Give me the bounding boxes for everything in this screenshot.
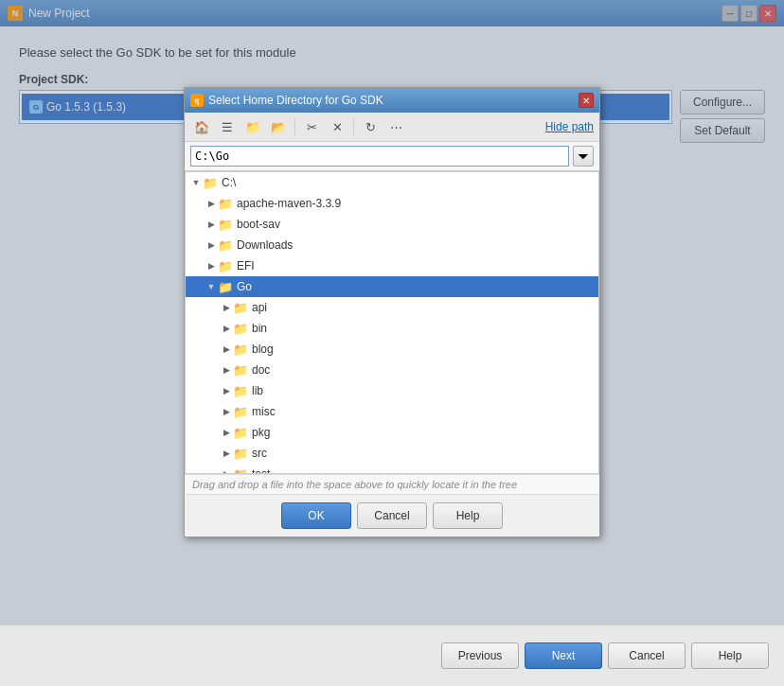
dialog-overlay: ij Select Home Directory for Go SDK ✕ 🏠 … xyxy=(0,0,784,624)
toolbar-separator-2 xyxy=(353,118,354,135)
tree-item-lib[interactable]: ▶📁lib xyxy=(186,380,598,401)
drag-hint: Drag and drop a file into the space abov… xyxy=(185,474,599,494)
tree-label-bin: bin xyxy=(252,322,267,335)
main-window: N New Project ─ □ ✕ Please select the Go… xyxy=(0,0,784,686)
tree-label-c_root: C:\ xyxy=(222,176,236,189)
tree-item-c_root[interactable]: ▼📁C:\ xyxy=(186,172,598,193)
tree-item-efi[interactable]: ▶📁EFI xyxy=(186,255,598,276)
new-folder-button[interactable]: 📁 xyxy=(241,116,264,137)
dialog-footer: OK Cancel Help xyxy=(185,494,599,536)
cut-button[interactable]: ✂ xyxy=(300,116,323,137)
tree-item-misc[interactable]: ▶📁misc xyxy=(186,401,598,422)
folder-icon-pkg: 📁 xyxy=(233,426,248,439)
folder-icon-blog: 📁 xyxy=(233,343,248,356)
tree-arrow-c_root[interactable]: ▼ xyxy=(189,178,203,187)
tree-item-apache[interactable]: ▶📁apache-maven-3.3.9 xyxy=(186,193,598,214)
tree-label-test: test xyxy=(252,467,270,474)
folder-icon-doc: 📁 xyxy=(233,363,248,377)
dialog-title-left: ij Select Home Directory for Go SDK xyxy=(190,94,383,107)
folder-icon-api: 📁 xyxy=(233,301,248,314)
tree-item-boot[interactable]: ▶📁boot-sav xyxy=(186,214,598,235)
list-view-button[interactable]: ☰ xyxy=(216,116,239,137)
tree-arrow-pkg[interactable]: ▶ xyxy=(220,428,233,437)
tree-item-api[interactable]: ▶📁api xyxy=(186,297,598,318)
tree-label-pkg: pkg xyxy=(252,426,270,439)
tree-arrow-downloads[interactable]: ▶ xyxy=(205,240,218,250)
tree-item-bin[interactable]: ▶📁bin xyxy=(186,318,598,339)
folder-icon-boot: 📁 xyxy=(218,218,233,231)
folder-icon-downloads: 📁 xyxy=(218,238,233,252)
tree-label-misc: misc xyxy=(252,405,276,418)
folder-icon-test: 📁 xyxy=(233,467,248,474)
delete-button[interactable]: ✕ xyxy=(326,116,348,137)
path-row: ⏷ xyxy=(185,142,599,171)
help-main-button[interactable]: Help xyxy=(691,642,769,669)
refresh-button[interactable]: ↻ xyxy=(359,116,382,137)
tree-label-src: src xyxy=(252,447,267,460)
folder-icon-misc: 📁 xyxy=(233,405,248,418)
tree-item-blog[interactable]: ▶📁blog xyxy=(186,339,598,360)
tree-arrow-go[interactable]: ▼ xyxy=(205,282,218,291)
next-button[interactable]: Next xyxy=(525,642,602,669)
tree-label-blog: blog xyxy=(252,343,274,356)
tree-arrow-lib[interactable]: ▶ xyxy=(220,386,233,396)
tree-label-lib: lib xyxy=(252,384,263,397)
tree-item-src[interactable]: ▶📁src xyxy=(186,443,598,464)
tree-item-doc[interactable]: ▶📁doc xyxy=(186,360,598,380)
tree-item-pkg[interactable]: ▶📁pkg xyxy=(186,422,598,443)
file-chooser-dialog: ij Select Home Directory for Go SDK ✕ 🏠 … xyxy=(184,87,600,537)
tree-arrow-doc[interactable]: ▶ xyxy=(220,365,233,375)
tree-arrow-apache[interactable]: ▶ xyxy=(205,199,218,208)
tree-arrow-bin[interactable]: ▶ xyxy=(220,324,233,333)
dialog-title-bar: ij Select Home Directory for Go SDK ✕ xyxy=(185,88,599,113)
expand-button[interactable]: 📂 xyxy=(267,116,290,137)
tree-label-doc: doc xyxy=(252,363,270,377)
folder-icon-go: 📁 xyxy=(218,280,233,293)
previous-button[interactable]: Previous xyxy=(441,642,519,669)
tree-item-test[interactable]: ▶📁test xyxy=(186,464,598,474)
path-input[interactable] xyxy=(190,146,569,167)
help-button[interactable]: Help xyxy=(433,502,503,529)
tree-label-apache: apache-maven-3.3.9 xyxy=(237,197,341,210)
tree-arrow-blog[interactable]: ▶ xyxy=(220,344,233,354)
dialog-title: Select Home Directory for Go SDK xyxy=(208,94,383,107)
dialog-toolbar: 🏠 ☰ 📁 📂 ✂ ✕ ↻ ⋯ Hide path xyxy=(185,113,599,142)
folder-icon-apache: 📁 xyxy=(218,197,233,210)
tree-arrow-misc[interactable]: ▶ xyxy=(220,407,233,416)
folder-icon-c_root: 📁 xyxy=(203,176,218,189)
ok-button[interactable]: OK xyxy=(281,502,351,529)
tree-arrow-api[interactable]: ▶ xyxy=(220,303,233,312)
dialog-close-button[interactable]: ✕ xyxy=(579,93,594,108)
tree-label-downloads: Downloads xyxy=(237,238,293,252)
home-button[interactable]: 🏠 xyxy=(190,116,213,137)
tree-label-api: api xyxy=(252,301,267,314)
hide-path-button[interactable]: Hide path xyxy=(545,120,594,133)
folder-icon-src: 📁 xyxy=(233,447,248,460)
cancel-button[interactable]: Cancel xyxy=(357,502,427,529)
folder-icon-lib: 📁 xyxy=(233,384,248,397)
dialog-icon: ij xyxy=(190,94,204,107)
browse-button[interactable]: ⏷ xyxy=(573,146,594,167)
folder-icon-efi: 📁 xyxy=(218,259,233,273)
folder-icon-bin: 📁 xyxy=(233,322,248,335)
tree-arrow-boot[interactable]: ▶ xyxy=(205,220,218,229)
tree-arrow-src[interactable]: ▶ xyxy=(220,449,233,458)
tree-item-go[interactable]: ▼📁Go xyxy=(186,276,598,297)
tree-label-efi: EFI xyxy=(237,259,255,273)
tree-label-boot: boot-sav xyxy=(237,218,280,231)
toolbar-separator-1 xyxy=(294,118,295,135)
settings-button[interactable]: ⋯ xyxy=(384,116,407,137)
tree-label-go: Go xyxy=(237,280,252,293)
tree-arrow-efi[interactable]: ▶ xyxy=(205,261,218,271)
tree-item-downloads[interactable]: ▶📁Downloads xyxy=(186,235,598,255)
bottom-bar: Previous Next Cancel Help xyxy=(0,624,784,686)
file-tree[interactable]: ▼📁C:\▶📁apache-maven-3.3.9▶📁boot-sav▶📁Dow… xyxy=(185,171,599,474)
cancel-main-button[interactable]: Cancel xyxy=(608,642,686,669)
